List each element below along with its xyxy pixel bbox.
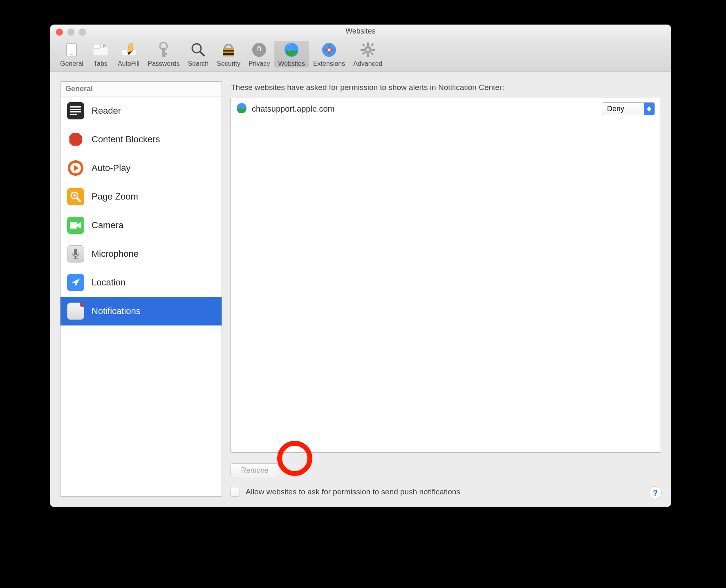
svg-rect-37 [70,114,77,115]
camera-icon [67,217,84,234]
sidebar-item-label: Auto-Play [92,163,130,173]
svg-marker-53 [647,106,651,109]
sidebar-item-label: Content Blockers [92,134,160,145]
remove-label: Remove [241,466,268,475]
body: General Reader Content Blockers Auto-Pla… [50,72,671,507]
svg-point-23 [328,49,331,52]
svg-rect-27 [361,49,364,51]
svg-marker-47 [77,222,81,229]
svg-line-43 [77,198,80,201]
svg-rect-48 [74,249,77,255]
zoom-button[interactable] [79,29,86,36]
content-blockers-icon [67,131,84,148]
sidebar-item-label: Notifications [92,306,141,316]
tab-label: Search [188,60,209,67]
select-arrows-icon [644,103,654,115]
sidebar-item-page-zoom[interactable]: Page Zoom [60,182,222,211]
svg-rect-1 [70,54,73,55]
svg-rect-10 [162,48,165,56]
site-row[interactable]: chatsupport.apple.com Deny [233,101,658,117]
svg-rect-15 [223,48,234,56]
sidebar-item-camera[interactable]: Camera [60,211,222,240]
preferences-window: Websites General + Tabs [50,25,671,507]
allow-checkbox[interactable] [230,487,240,497]
svg-rect-36 [70,111,81,112]
permission-value: Deny [607,105,624,113]
tab-websites[interactable]: Websites [274,41,309,67]
permission-select[interactable]: Deny [602,102,655,115]
page-zoom-icon [67,188,84,205]
sidebar-item-label: Microphone [92,249,139,259]
tab-privacy[interactable]: Privacy [244,41,274,67]
tab-search[interactable]: Search [184,41,213,67]
sidebar-item-notifications[interactable]: Notifications [60,297,222,325]
sidebar-item-microphone[interactable]: Microphone [60,240,222,268]
tab-passwords[interactable]: Passwords [143,41,184,67]
svg-rect-46 [70,222,77,229]
general-icon [63,41,81,59]
tab-general[interactable]: General [56,41,87,67]
svg-marker-38 [69,132,83,146]
tab-label: Extensions [313,60,345,67]
remove-button[interactable]: Remove [230,463,279,477]
svg-rect-0 [67,44,76,56]
sidebar-item-content-blockers[interactable]: Content Blockers [60,125,222,154]
help-label: ? [653,488,658,498]
tab-autofill[interactable]: AutoFill [114,41,143,67]
sidebar-header: General [60,82,222,97]
microphone-icon [67,245,84,263]
site-list: chatsupport.apple.com Deny [230,98,661,453]
svg-rect-35 [70,109,81,110]
notifications-icon [67,303,84,320]
svg-rect-32 [362,52,365,55]
websites-icon [282,41,300,59]
search-icon [189,41,207,59]
passwords-icon [155,41,173,59]
svg-rect-34 [70,106,81,108]
tab-label: AutoFill [118,60,139,67]
svg-rect-30 [370,52,374,55]
help-button[interactable]: ? [649,486,662,499]
svg-marker-54 [647,109,651,112]
svg-point-33 [366,48,370,52]
svg-rect-17 [223,53,234,55]
svg-rect-31 [370,43,374,47]
svg-rect-26 [367,54,369,57]
reader-icon [67,102,84,119]
security-icon [220,41,238,59]
tab-advanced[interactable]: Advanced [349,41,386,67]
privacy-icon [250,41,268,59]
tabs-icon: + [92,41,110,59]
window-title: Websites [345,27,376,36]
svg-rect-29 [362,43,365,47]
minimize-button[interactable] [67,29,74,36]
tab-label: Privacy [249,60,270,67]
globe-icon [236,103,247,115]
autofill-icon [120,41,138,59]
tab-label: General [60,60,83,67]
svg-rect-25 [367,43,369,46]
tab-extensions[interactable]: Extensions [309,41,349,67]
sidebar-item-auto-play[interactable]: Auto-Play [60,154,222,182]
sidebar-item-location[interactable]: Location [60,268,222,297]
toolbar: General + Tabs AutoFill [50,38,671,72]
close-button[interactable] [56,29,63,36]
sidebar-item-label: Page Zoom [92,191,138,202]
auto-play-icon [67,159,84,177]
tab-security[interactable]: Security [213,41,244,67]
tab-tabs[interactable]: + Tabs [87,41,114,67]
allow-row: Allow websites to ask for permission to … [230,487,661,497]
tab-label: Websites [278,60,305,67]
svg-text:+: + [103,44,105,48]
svg-rect-3 [93,44,101,48]
svg-marker-7 [128,44,133,52]
main-caption: These websites have asked for permission… [231,83,660,92]
advanced-icon [359,41,377,59]
tab-label: Security [217,60,240,67]
tab-label: Passwords [148,60,179,67]
svg-rect-12 [162,56,166,57]
svg-rect-11 [162,53,167,55]
tab-label: Tabs [94,60,108,67]
site-domain: chatsupport.apple.com [252,104,597,114]
sidebar-item-reader[interactable]: Reader [60,97,222,125]
